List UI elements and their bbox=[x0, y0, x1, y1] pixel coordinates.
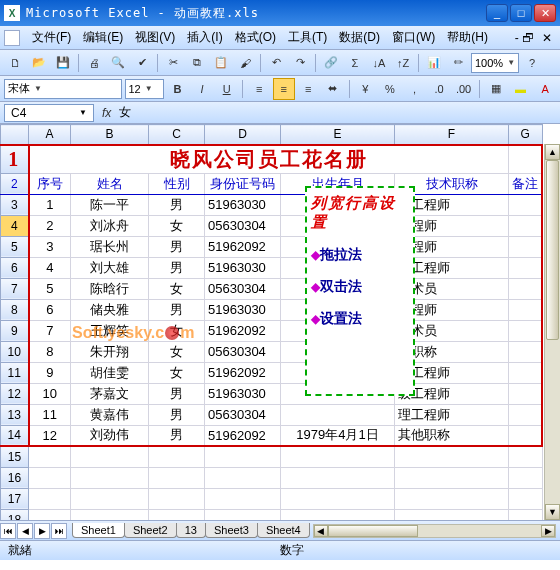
close-button[interactable]: ✕ bbox=[534, 4, 556, 22]
cell[interactable] bbox=[509, 278, 543, 299]
inc-decimal-button[interactable]: .0 bbox=[428, 78, 450, 100]
cell[interactable]: 51962092 bbox=[205, 362, 281, 383]
row-head[interactable]: 5 bbox=[1, 236, 29, 257]
cut-button[interactable]: ✂ bbox=[162, 52, 184, 74]
menu-data[interactable]: 数据(D) bbox=[333, 27, 386, 48]
cell[interactable]: 男 bbox=[149, 404, 205, 425]
menu-window[interactable]: 窗口(W) bbox=[386, 27, 441, 48]
mdi-restore[interactable]: - 🗗 bbox=[511, 31, 538, 45]
cell[interactable] bbox=[509, 488, 543, 509]
merge-button[interactable]: ⬌ bbox=[322, 78, 344, 100]
cell[interactable]: 琚长州 bbox=[71, 236, 149, 257]
open-button[interactable]: 📂 bbox=[28, 52, 50, 74]
fmt-painter-button[interactable]: 🖌 bbox=[234, 52, 256, 74]
cell[interactable]: 1979年4月1日 bbox=[281, 425, 395, 446]
row-head[interactable]: 8 bbox=[1, 299, 29, 320]
paste-button[interactable]: 📋 bbox=[210, 52, 232, 74]
scroll-right[interactable]: ▶ bbox=[541, 525, 555, 537]
cell[interactable] bbox=[509, 194, 543, 215]
cell[interactable] bbox=[509, 404, 543, 425]
cell[interactable]: 8 bbox=[29, 341, 71, 362]
cell[interactable] bbox=[509, 425, 543, 446]
drawing-button[interactable]: ✏ bbox=[447, 52, 469, 74]
cell[interactable]: 王辉笑 bbox=[71, 320, 149, 341]
cell[interactable]: 1 bbox=[29, 194, 71, 215]
cell[interactable]: 51963030 bbox=[205, 257, 281, 278]
zoom-combo[interactable]: 100%▼ bbox=[471, 53, 519, 73]
cell[interactable] bbox=[29, 509, 71, 520]
print-button[interactable]: 🖨 bbox=[83, 52, 105, 74]
cell[interactable]: 男 bbox=[149, 299, 205, 320]
cell[interactable]: 陈一平 bbox=[71, 194, 149, 215]
minimize-button[interactable]: _ bbox=[486, 4, 508, 22]
row-head[interactable]: 4 bbox=[1, 215, 29, 236]
row-head[interactable]: 12 bbox=[1, 383, 29, 404]
cell[interactable]: 女 bbox=[149, 278, 205, 299]
cell[interactable]: 51963030 bbox=[205, 383, 281, 404]
formula-value[interactable]: 女 bbox=[115, 104, 131, 121]
cell[interactable]: 女 bbox=[149, 320, 205, 341]
cell[interactable]: 储央雅 bbox=[71, 299, 149, 320]
cell[interactable] bbox=[509, 320, 543, 341]
cell[interactable]: 05630304 bbox=[205, 341, 281, 362]
font-combo[interactable]: 宋体▼ bbox=[4, 79, 122, 99]
cell[interactable]: 男 bbox=[149, 257, 205, 278]
bold-button[interactable]: B bbox=[167, 78, 189, 100]
cell[interactable]: 其他职称 bbox=[395, 425, 509, 446]
col-head[interactable]: D bbox=[205, 125, 281, 145]
cell[interactable]: 51962092 bbox=[205, 320, 281, 341]
cell[interactable]: 12 bbox=[29, 425, 71, 446]
cell[interactable] bbox=[395, 467, 509, 488]
row-head[interactable]: 16 bbox=[1, 467, 29, 488]
link-button[interactable]: 🔗 bbox=[320, 52, 342, 74]
row-head[interactable]: 17 bbox=[1, 488, 29, 509]
cell[interactable]: 朱开翔 bbox=[71, 341, 149, 362]
row-head[interactable]: 2 bbox=[1, 173, 29, 194]
cell[interactable] bbox=[509, 509, 543, 520]
help-button[interactable]: ? bbox=[521, 52, 543, 74]
comma-button[interactable]: , bbox=[404, 78, 426, 100]
align-center-button[interactable]: ≡ bbox=[273, 78, 295, 100]
row-head[interactable]: 15 bbox=[1, 446, 29, 467]
copy-button[interactable]: ⧉ bbox=[186, 52, 208, 74]
row-head[interactable]: 11 bbox=[1, 362, 29, 383]
underline-button[interactable]: U bbox=[216, 78, 238, 100]
cell[interactable] bbox=[71, 446, 149, 467]
menu-file[interactable]: 文件(F) bbox=[26, 27, 77, 48]
preview-button[interactable]: 🔍 bbox=[107, 52, 129, 74]
row-head[interactable]: 6 bbox=[1, 257, 29, 278]
cell[interactable]: 51962092 bbox=[205, 236, 281, 257]
cell[interactable] bbox=[509, 236, 543, 257]
cell[interactable] bbox=[149, 467, 205, 488]
dec-decimal-button[interactable]: .00 bbox=[453, 78, 475, 100]
cell[interactable]: 刘冰舟 bbox=[71, 215, 149, 236]
cell[interactable] bbox=[509, 467, 543, 488]
cell[interactable]: 2 bbox=[29, 215, 71, 236]
sheet-tab[interactable]: Sheet2 bbox=[124, 523, 177, 538]
sheet-tab[interactable]: 13 bbox=[176, 523, 206, 538]
col-head[interactable]: C bbox=[149, 125, 205, 145]
sort-desc-button[interactable]: ↑Z bbox=[392, 52, 414, 74]
size-combo[interactable]: 12▼ bbox=[125, 79, 164, 99]
mdi-close[interactable]: ✕ bbox=[538, 31, 556, 45]
cell[interactable] bbox=[149, 509, 205, 520]
menu-help[interactable]: 帮助(H) bbox=[441, 27, 494, 48]
cell[interactable] bbox=[29, 488, 71, 509]
cell[interactable]: 3 bbox=[29, 236, 71, 257]
tab-nav[interactable]: ⏮◀▶⏭ bbox=[0, 523, 68, 539]
sheet-tab[interactable]: Sheet4 bbox=[257, 523, 310, 538]
cell[interactable] bbox=[509, 215, 543, 236]
fx-label[interactable]: fx bbox=[98, 106, 115, 120]
cell[interactable] bbox=[281, 446, 395, 467]
cell[interactable]: 男 bbox=[149, 194, 205, 215]
scroll-up[interactable]: ▲ bbox=[545, 144, 560, 160]
cell[interactable]: 6 bbox=[29, 299, 71, 320]
cell[interactable] bbox=[205, 446, 281, 467]
menu-edit[interactable]: 编辑(E) bbox=[77, 27, 129, 48]
maximize-button[interactable]: □ bbox=[510, 4, 532, 22]
cell[interactable] bbox=[395, 509, 509, 520]
cell[interactable] bbox=[281, 509, 395, 520]
spell-button[interactable]: ✔ bbox=[131, 52, 153, 74]
new-button[interactable]: 🗋 bbox=[4, 52, 26, 74]
cell[interactable] bbox=[281, 404, 395, 425]
